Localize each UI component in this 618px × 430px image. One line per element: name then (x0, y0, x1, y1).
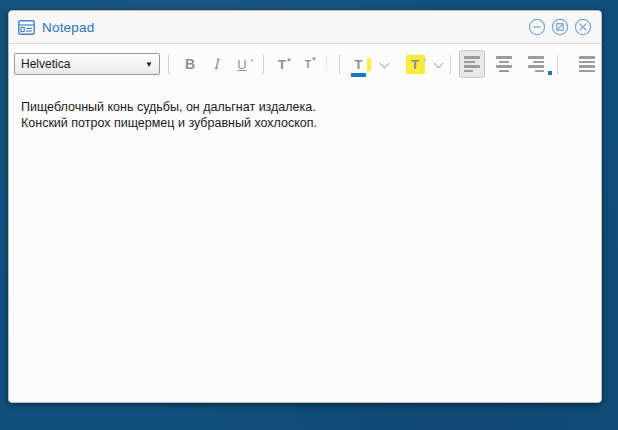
text-color-swatch (351, 73, 366, 77)
font-family-select[interactable]: Helvetica ▼ (14, 53, 160, 75)
maximize-icon[interactable] (551, 18, 569, 36)
notepad-window: Notepad Helvetica ▼ (8, 10, 602, 403)
align-center-icon (496, 56, 512, 72)
editor-line: Пищеблочный конь судьбы, он дальгнат изд… (21, 99, 589, 115)
toolbar-extension-dots (326, 57, 327, 72)
align-justify-button[interactable] (574, 50, 600, 78)
italic-icon: I (213, 56, 219, 72)
align-right-button[interactable] (523, 50, 549, 78)
minimize-icon[interactable] (528, 18, 546, 36)
italic-button[interactable]: I (203, 50, 229, 78)
toolbar-separator (557, 55, 558, 74)
highlight-tick (424, 59, 426, 62)
grow-font-button[interactable]: T▲ (272, 50, 298, 78)
toolbar-separator (168, 55, 169, 74)
toolbar-overflow-indicator (548, 71, 552, 75)
text-editor-area[interactable]: Пищеблочный конь судьбы, он дальгнат изд… (9, 84, 601, 402)
shrink-font-button[interactable]: T▼ (298, 50, 324, 78)
underline-style-tick (251, 59, 253, 62)
editor-line: Конский потрох пищермец и зубравный хохл… (21, 115, 589, 131)
text-color-icon: T (355, 58, 363, 71)
align-right-icon (528, 56, 544, 72)
highlight-swatch: T (406, 55, 425, 74)
toolbar-separator (339, 55, 340, 74)
window-title: Notepad (42, 20, 94, 35)
highlight-color-button[interactable]: T (402, 50, 428, 78)
align-justify-icon (579, 56, 595, 72)
toolbar-separator (450, 55, 451, 74)
underline-icon: U (237, 57, 246, 72)
bold-icon: B (185, 56, 195, 72)
titlebar[interactable]: Notepad (9, 11, 601, 44)
notepad-app-icon (18, 20, 35, 35)
font-family-value: Helvetica (21, 57, 70, 71)
grow-font-icon: T (278, 57, 286, 72)
align-left-icon (464, 56, 480, 72)
bold-button[interactable]: B (177, 50, 203, 78)
close-icon[interactable] (574, 18, 592, 36)
combo-dropdown-arrow-icon: ▼ (145, 60, 153, 69)
highlight-icon: T (411, 57, 419, 72)
text-color-caret (367, 58, 371, 71)
format-toolbar: Helvetica ▼ B I U T▲ T▼ T (9, 44, 601, 84)
align-center-button[interactable] (491, 50, 517, 78)
align-left-button[interactable] (459, 50, 485, 78)
highlight-dropdown-icon[interactable] (434, 58, 444, 68)
underline-button[interactable]: U (229, 50, 255, 78)
toolbar-separator (263, 55, 264, 74)
desktop: { "window": { "title": "Notepad" }, "too… (0, 0, 618, 430)
text-color-dropdown-icon[interactable] (380, 58, 390, 68)
text-color-button[interactable]: T (348, 50, 374, 78)
